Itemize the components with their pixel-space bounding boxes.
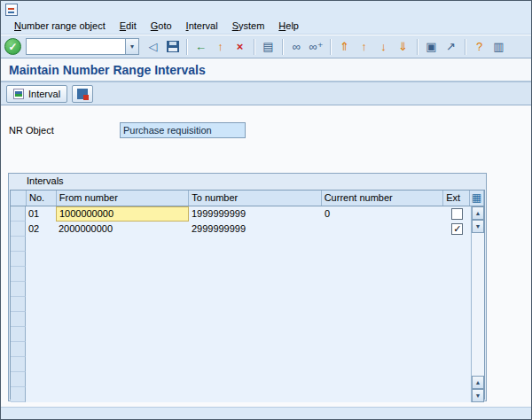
row-selector[interactable] <box>11 252 26 267</box>
floppy-disk-icon <box>167 41 179 52</box>
row-selector-column <box>11 206 26 402</box>
title-bar: Maintain Number Range Intervals <box>1 58 531 82</box>
scroll-up-icon[interactable]: ▲ <box>472 206 484 220</box>
save-icon[interactable] <box>163 37 182 56</box>
scroll-down-icon[interactable]: ▼ <box>472 389 484 402</box>
toolbar-separator <box>465 39 466 55</box>
intervals-group-title: Intervals <box>9 174 486 189</box>
create-shortcut-icon[interactable]: ↗ <box>442 37 460 56</box>
toolbar-separator <box>254 39 254 55</box>
sap-window: Number range object Edit Goto Interval S… <box>0 0 532 420</box>
cell-from-number[interactable]: 2000000000 <box>56 222 189 237</box>
print-icon[interactable]: ▤ <box>259 37 278 56</box>
header-from-number[interactable]: From number <box>57 191 189 206</box>
command-dropdown-icon[interactable]: ▾ <box>125 39 138 54</box>
nr-object-field[interactable]: Purchase requisition <box>120 122 246 138</box>
row-selector[interactable] <box>11 282 26 297</box>
header-current-number[interactable]: Current number <box>322 191 443 206</box>
first-page-icon[interactable]: ⇑ <box>335 37 354 56</box>
last-page-icon[interactable]: ⇓ <box>394 37 412 56</box>
intervals-table: No. From number To number Current number… <box>10 190 485 400</box>
cell-to-number[interactable]: 2999999999 <box>189 222 322 237</box>
command-collapse-icon[interactable]: ◁ <box>144 37 162 56</box>
toolbar-separator <box>330 39 331 55</box>
table-header-row: No. From number To number Current number… <box>11 191 484 206</box>
cell-to-number[interactable]: 1999999999 <box>189 206 322 222</box>
row-selector[interactable] <box>11 297 26 312</box>
row-selector[interactable] <box>11 206 26 222</box>
display-change-icon <box>77 89 88 99</box>
cell-ext: ✓ <box>444 222 471 237</box>
scrollbar-track[interactable] <box>472 233 484 376</box>
menu-goto[interactable]: Goto <box>145 19 178 33</box>
row-selector[interactable] <box>11 387 26 402</box>
nr-object-label: NR Object <box>9 125 54 136</box>
menu-edit[interactable]: Edit <box>113 19 143 33</box>
main-content: NR Object Purchase requisition Intervals… <box>1 105 531 407</box>
cell-from-number[interactable]: 1000000000 <box>56 206 189 222</box>
standard-toolbar: ✓ ▾ ◁ ← ↑ × ▤ ∞ ∞⁺ ⇑ ↑ ↓ ⇓ ▣ ↗ ? ▥ <box>1 35 531 58</box>
table-body: 01 1000000000 1999999999 0 02 2000000000… <box>11 206 484 402</box>
row-selector[interactable] <box>11 342 26 357</box>
cell-current-number[interactable]: 0 <box>322 206 444 222</box>
menu-interval[interactable]: Interval <box>180 19 224 33</box>
interval-button-icon <box>13 89 24 99</box>
page-title: Maintain Number Range Intervals <box>9 63 206 77</box>
row-selector[interactable] <box>11 267 26 282</box>
row-selector[interactable] <box>11 372 26 387</box>
application-toolbar: Interval <box>1 82 531 105</box>
row-selector[interactable] <box>11 222 26 237</box>
find-icon[interactable]: ∞ <box>287 37 306 56</box>
cell-ext <box>444 206 471 222</box>
new-session-icon[interactable]: ▣ <box>422 37 441 56</box>
command-field: ▾ <box>26 38 139 55</box>
header-no[interactable]: No. <box>27 191 57 206</box>
menu-help[interactable]: Help <box>272 19 305 33</box>
menu-number-range-object[interactable]: Number range object <box>8 19 112 33</box>
table-rows-area: 01 1000000000 1999999999 0 02 2000000000… <box>26 206 471 402</box>
toolbar-separator <box>282 39 283 55</box>
sap-system-menu-icon[interactable] <box>5 4 18 16</box>
interval-button-label: Interval <box>28 89 60 99</box>
back-icon[interactable]: ← <box>192 37 210 56</box>
find-next-icon[interactable]: ∞⁺ <box>307 37 325 56</box>
row-selector[interactable] <box>11 357 26 372</box>
table-row: 02 2000000000 2999999999 ✓ <box>26 222 471 237</box>
header-to-number[interactable]: To number <box>189 191 321 206</box>
cancel-icon[interactable]: × <box>231 37 249 56</box>
toolbar-separator <box>417 39 418 55</box>
table-row: 01 1000000000 1999999999 0 <box>26 206 471 222</box>
ext-checkbox[interactable] <box>451 208 463 220</box>
menu-system[interactable]: System <box>226 19 271 33</box>
enter-icon[interactable]: ✓ <box>4 38 21 55</box>
command-input[interactable] <box>27 39 125 54</box>
customize-layout-icon[interactable]: ▥ <box>489 37 508 56</box>
row-selector[interactable] <box>11 312 26 327</box>
exit-icon[interactable]: ↑ <box>211 37 230 56</box>
system-icon-row <box>1 1 531 19</box>
display-change-button[interactable] <box>72 85 93 103</box>
menu-bar: Number range object Edit Goto Interval S… <box>1 19 531 35</box>
cell-no[interactable]: 01 <box>26 206 56 222</box>
intervals-group: Intervals No. From number To number Curr… <box>8 173 487 401</box>
header-selector <box>11 191 27 206</box>
scroll-up-icon[interactable]: ▲ <box>472 376 484 389</box>
header-ext[interactable]: Ext <box>443 191 470 206</box>
vertical-scrollbar: ▲ ▼ ▲ ▼ <box>471 206 484 402</box>
row-selector[interactable] <box>11 237 26 252</box>
next-page-icon[interactable]: ↓ <box>374 37 393 56</box>
grid-icon: ▦ <box>470 191 483 206</box>
table-configuration-button[interactable]: ▦ <box>470 191 484 206</box>
cell-no[interactable]: 02 <box>26 222 56 237</box>
cell-current-number[interactable] <box>322 222 444 237</box>
previous-page-icon[interactable]: ↑ <box>355 37 373 56</box>
toolbar-separator <box>186 39 187 55</box>
row-selector[interactable] <box>11 327 26 342</box>
interval-button[interactable]: Interval <box>6 85 67 103</box>
ext-checkbox[interactable]: ✓ <box>451 223 463 235</box>
scroll-down-icon[interactable]: ▼ <box>472 220 484 233</box>
help-icon[interactable]: ? <box>470 37 489 56</box>
status-bar <box>1 407 531 419</box>
